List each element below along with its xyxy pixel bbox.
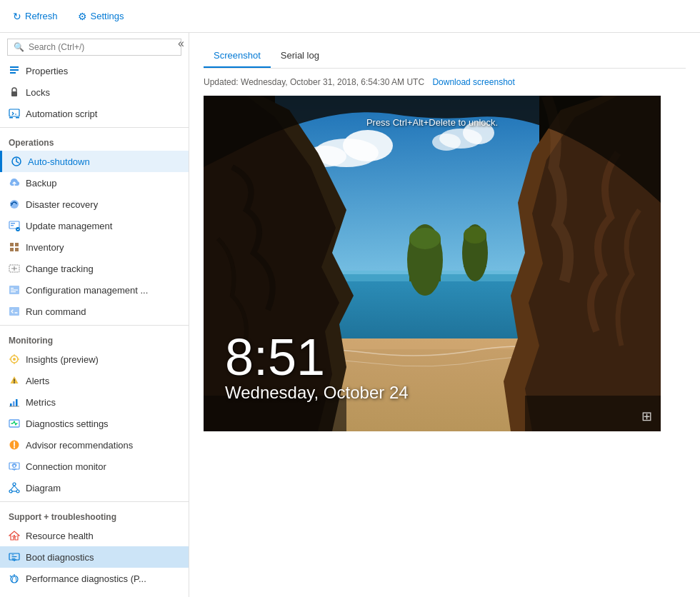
- automation-icon: [9, 108, 20, 119]
- svg-point-41: [16, 490, 19, 493]
- download-screenshot-link[interactable]: Download screenshot: [432, 77, 514, 87]
- properties-icon: [9, 65, 20, 76]
- svg-point-38: [13, 465, 16, 468]
- boot-diagnostics-label: Boot diagnostics: [26, 552, 94, 563]
- sidebar-item-change-tracking[interactable]: Change tracking: [0, 258, 189, 279]
- properties-label: Properties: [26, 66, 68, 76]
- sidebar-item-locks[interactable]: Locks: [0, 81, 189, 103]
- update-management-label: Update management: [26, 221, 112, 231]
- sidebar-item-run-command[interactable]: Run command: [0, 301, 189, 322]
- automation-script-label: Automation script: [26, 109, 97, 119]
- lockscreen-overlay: 8:51 Wednesday, October 24: [225, 331, 409, 403]
- svg-rect-6: [16, 117, 19, 119]
- sidebar-collapse-button[interactable]: «: [178, 37, 184, 50]
- inventory-label: Inventory: [26, 242, 64, 253]
- sidebar-item-perf-diag[interactable]: Performance diagnostics (P...: [0, 568, 189, 589]
- svg-rect-15: [10, 248, 14, 251]
- svg-rect-21: [11, 291, 16, 292]
- alerts-label: Alerts: [26, 376, 49, 386]
- sidebar-item-disaster-recovery[interactable]: Disaster recovery: [0, 194, 189, 215]
- svg-point-8: [10, 200, 19, 209]
- svg-rect-22: [9, 307, 19, 316]
- advisor-label: Advisor recommendations: [26, 440, 133, 451]
- tabs: Screenshot Serial log: [204, 44, 686, 69]
- search-icon: 🔍: [14, 42, 24, 52]
- sidebar-item-connection-monitor[interactable]: Connection monitor: [0, 456, 189, 477]
- tab-serial-log[interactable]: Serial log: [271, 44, 329, 68]
- screenshot-container: Press Ctrl+Alt+Delete to unlock. 8:51 We…: [204, 96, 661, 431]
- tab-screenshot[interactable]: Screenshot: [204, 44, 271, 68]
- divider-3: [0, 501, 189, 502]
- settings-button[interactable]: ⚙ Settings: [74, 8, 129, 25]
- locks-label: Locks: [26, 87, 50, 98]
- run-command-label: Run command: [26, 306, 86, 317]
- sidebar-item-diagram[interactable]: Diagram: [0, 477, 189, 498]
- svg-rect-16: [15, 248, 19, 251]
- sidebar-item-alerts[interactable]: Alerts: [0, 370, 189, 391]
- backup-label: Backup: [26, 178, 56, 189]
- run-command-icon: [9, 306, 20, 317]
- inventory-icon: [9, 241, 20, 253]
- svg-point-40: [9, 490, 12, 493]
- diagnostics-label: Diagnostics settings: [26, 418, 109, 429]
- updated-text: Updated: Wednesday, October 31, 2018, 6:…: [204, 77, 424, 87]
- sidebar-item-automation-script[interactable]: Automation script: [0, 103, 189, 124]
- metrics-label: Metrics: [26, 397, 56, 408]
- perf-diag-icon: [9, 573, 20, 584]
- settings-icon: ⚙: [78, 11, 87, 22]
- sidebar-item-backup[interactable]: Backup: [0, 172, 189, 194]
- svg-rect-19: [11, 288, 14, 289]
- svg-point-39: [13, 483, 16, 486]
- svg-line-50: [10, 576, 11, 577]
- change-tracking-label: Change tracking: [26, 264, 94, 274]
- svg-rect-29: [10, 403, 12, 406]
- main-layout: « 🔍 Properties Locks Automation script: [0, 33, 700, 597]
- search-box: 🔍: [7, 39, 181, 56]
- svg-point-12: [16, 227, 20, 231]
- sidebar-item-resource-health[interactable]: Resource health: [0, 525, 189, 546]
- resource-health-icon: [9, 530, 20, 541]
- svg-rect-5: [9, 117, 13, 119]
- lockscreen-time: 8:51: [225, 331, 409, 383]
- sidebar-item-auto-shutdown[interactable]: Auto-shutdown: [0, 151, 189, 172]
- sidebar-item-config-management[interactable]: Configuration management ...: [0, 279, 189, 301]
- diagram-icon: [9, 482, 20, 493]
- lockscreen-ctrl-text: Press Ctrl+Alt+Delete to unlock.: [366, 117, 498, 128]
- config-management-icon: [9, 284, 20, 296]
- disaster-recovery-icon: [9, 199, 20, 210]
- resource-health-label: Resource health: [26, 531, 94, 541]
- svg-point-61: [464, 226, 486, 244]
- section-operations: Operations: [0, 131, 189, 151]
- content-inner: Screenshot Serial log Updated: Wednesday…: [189, 33, 700, 443]
- toolbar: ↻ Refresh ⚙ Settings: [0, 0, 700, 33]
- sidebar-item-metrics[interactable]: Metrics: [0, 391, 189, 413]
- svg-rect-20: [11, 290, 18, 291]
- search-input[interactable]: [29, 42, 175, 52]
- perf-diag-label: Performance diagnostics (P...: [26, 573, 146, 584]
- svg-rect-11: [11, 225, 14, 226]
- settings-label: Settings: [91, 11, 124, 21]
- divider-1: [0, 127, 189, 128]
- sidebar-item-boot-diagnostics[interactable]: Boot diagnostics: [0, 546, 189, 568]
- insights-icon: [9, 353, 20, 365]
- refresh-button[interactable]: ↻ Refresh: [9, 8, 62, 25]
- sidebar-item-advisor[interactable]: Advisor recommendations: [0, 434, 189, 456]
- auto-shutdown-icon: [11, 156, 22, 167]
- svg-rect-31: [16, 399, 18, 406]
- sidebar-item-diagnostics[interactable]: Diagnostics settings: [0, 413, 189, 434]
- lock-icon: [9, 86, 20, 98]
- sidebar-item-inventory[interactable]: Inventory: [0, 236, 189, 258]
- sidebar-item-update-management[interactable]: Update management: [0, 215, 189, 236]
- refresh-icon: ↻: [13, 11, 21, 22]
- svg-rect-10: [11, 223, 15, 224]
- sidebar-item-insights[interactable]: Insights (preview): [0, 348, 189, 370]
- auto-shutdown-label: Auto-shutdown: [28, 156, 90, 167]
- svg-point-69: [432, 134, 461, 151]
- svg-line-42: [11, 486, 14, 490]
- sidebar-item-properties[interactable]: Properties: [0, 60, 189, 81]
- sidebar: « 🔍 Properties Locks Automation script: [0, 33, 189, 597]
- refresh-label: Refresh: [25, 11, 58, 21]
- update-management-icon: [9, 220, 20, 231]
- svg-rect-1: [10, 69, 19, 71]
- diagram-label: Diagram: [26, 483, 61, 493]
